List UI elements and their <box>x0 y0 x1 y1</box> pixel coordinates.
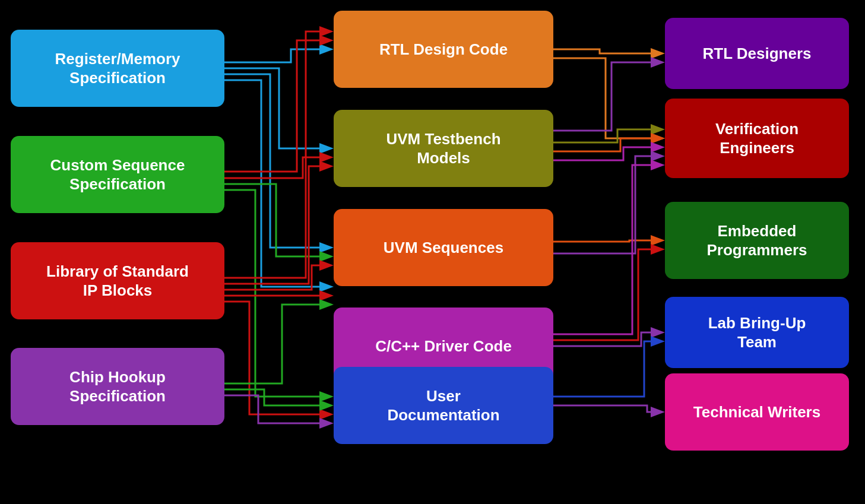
box-custom: Custom SequenceSpecification <box>11 136 224 213</box>
box-embedded-programmers: EmbeddedProgrammers <box>665 202 849 279</box>
box-user-docs: UserDocumentation <box>334 367 553 444</box>
box-register: Register/MemorySpecification <box>11 30 224 107</box>
box-verification-engineers: VerificationEngineers <box>665 99 849 178</box>
box-rtl-designers: RTL Designers <box>665 18 849 89</box>
box-library: Library of StandardIP Blocks <box>11 242 224 319</box>
box-uvm-sequences: UVM Sequences <box>334 209 553 286</box>
box-rtl-design-code: RTL Design Code <box>334 11 553 88</box>
box-technical-writers: Technical Writers <box>665 373 849 451</box>
box-lab-bringup: Lab Bring-UpTeam <box>665 297 849 368</box>
diagram-container: Register/MemorySpecification Custom Sequ… <box>0 0 865 504</box>
box-uvm-testbench: UVM TestbenchModels <box>334 110 553 187</box>
box-chip: Chip HookupSpecification <box>11 348 224 425</box>
